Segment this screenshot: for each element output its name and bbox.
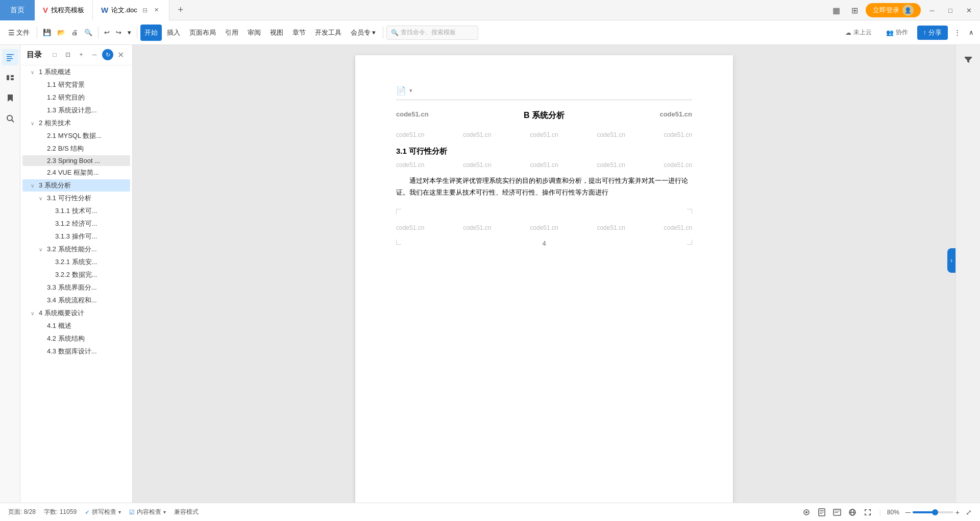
toolbar-chapter[interactable]: 章节 [288,25,310,41]
toc-item-s2[interactable]: ∨ 2 相关技术 [22,117,130,129]
toolbar-reference[interactable]: 引用 [221,25,242,41]
toc-add[interactable]: + [76,49,87,60]
wm-row-2: code51.cn code51.cn code51.cn code51.cn … [396,161,692,169]
doc-close-icon[interactable]: ✕ [153,6,161,14]
toc-item-s2-1[interactable]: 2.1 MYSQL 数据... [22,130,130,142]
toc-item-s3-2[interactable]: ∨ 3.2 系统性能分... [22,243,130,255]
toolbar-icon-preview[interactable]: 🔍 [82,25,95,41]
toolbar-layout[interactable]: 页面布局 [185,25,220,41]
expand-toolbar-button[interactable]: ∧ [967,25,976,41]
toolbar-file[interactable]: ☰ 文件 [4,25,34,41]
view-outline-btn[interactable] [831,507,843,518]
zoom-out-btn[interactable]: ─ [905,508,911,516]
minimize-button[interactable]: ─ [925,3,939,17]
zoom-thumb[interactable] [932,509,938,515]
restore-button[interactable]: □ [943,3,958,17]
toolbar-icon-undo[interactable]: ↩ [102,25,112,41]
collapse-right-btn[interactable]: › [947,248,955,273]
fullscreen-btn[interactable]: ⤢ [966,508,972,516]
toc-icon-btn[interactable] [2,49,18,65]
view-read-btn[interactable] [801,507,812,518]
nav-icon-btn[interactable] [2,69,18,86]
toc-item-s3-2-1[interactable]: 3.2.1 系统安... [22,256,130,268]
zoom-in-btn[interactable]: + [955,508,960,516]
toc-item-s4-2[interactable]: 4.2 系统结构 [22,333,130,345]
toc-item-s3-2-2[interactable]: 3.2.2 数据完... [22,269,130,281]
toc-item-s2-4[interactable]: 2.4 VUE 框架简... [22,167,130,179]
doc-minimize-icon[interactable]: ⊟ [142,7,148,14]
spell-check-area[interactable]: ✓ 拼写检查 ▾ [85,508,121,516]
new-tab-button[interactable]: + [174,3,188,17]
search-box[interactable]: 🔍 查找命令、搜索模板 [386,26,478,40]
share-button[interactable]: ↑ 分享 [917,26,948,40]
toc-item-s3-1[interactable]: ∨ 3.1 可行性分析 [22,192,130,204]
toolbar-insert[interactable]: 插入 [163,25,184,41]
page-doc-icon-area[interactable]: 📄 ▾ [396,86,412,96]
toc-item-s1-3[interactable]: 1.3 系统设计思... [22,104,130,116]
close-button[interactable]: ✕ [962,3,976,17]
more-button[interactable]: ⋮ [952,25,963,41]
review-label: 审阅 [248,28,261,37]
template-tab-label: 找程亮模板 [51,6,84,15]
zoom-control: ─ + [905,508,960,516]
collab-button[interactable]: 👥 协作 [881,26,913,40]
toc-item-s3-1-2[interactable]: 3.1.2 经济可... [22,218,130,230]
svg-rect-13 [820,512,824,512]
toc-item-s2-3[interactable]: 2.3 Spring Boot ... [22,155,130,166]
view-focus-btn[interactable] [862,507,873,518]
tab-home[interactable]: 首页 [0,0,35,20]
toc-item-s1-2[interactable]: 1.2 研究目的 [22,91,130,104]
toc-label-s3-1-3: 3.1.3 操作可... [55,232,126,241]
membership-label: 会员专 [351,28,371,37]
cloud-button[interactable]: ☁ 未上云 [840,26,877,40]
toc-item-s4-1[interactable]: 4.1 概述 [22,320,130,332]
toc-item-s3-1-1[interactable]: 3.1.1 技术可... [22,205,130,217]
wm-3: code51.cn [530,131,558,138]
toc-item-s1[interactable]: ∨ 1 系统概述 [22,66,130,78]
toolbar-start[interactable]: 开始 [140,25,162,41]
view-page-btn[interactable] [816,507,827,518]
search-sidebar-icon-btn[interactable] [2,110,18,127]
toc-refresh[interactable]: ↻ [102,49,113,60]
bookmark-icon-btn[interactable] [2,90,18,106]
toc-item-s1-1[interactable]: 1.1 研究背景 [22,79,130,91]
toolbar-membership[interactable]: 会员专 ▾ [347,25,380,41]
toc-item-s2-2[interactable]: 2.2 B/S 结构 [22,143,130,155]
toc-expand-all[interactable]: ⊡ [62,49,74,60]
toolbar-icon-open[interactable]: 📂 [55,25,68,41]
tab-doc[interactable]: W 论文.doc ⊟ ✕ [93,0,169,20]
file-label: 文件 [16,28,30,37]
toc-item-s3-4[interactable]: 3.4 系统流程和... [22,294,130,306]
login-button[interactable]: 立即登录 👤 [866,3,921,17]
toolbar-view[interactable]: 视图 [266,25,287,41]
right-panel-filter-btn[interactable] [960,51,976,67]
wm-4: code51.cn [597,131,625,138]
toc-item-s3-1-3[interactable]: 3.1.3 操作可... [22,230,130,243]
toc-label-s3-4: 3.4 系统流程和... [47,296,126,305]
toc-label-s3: 3 系统分析 [39,181,126,190]
toc-item-s4-3[interactable]: 4.3 数据库设计... [22,345,130,358]
toc-remove[interactable]: ─ [89,49,100,60]
toc-item-s3[interactable]: ∨ 3 系统分析 [22,179,130,192]
toolbar-icon-save[interactable]: 💾 [40,25,54,41]
save-icon: 💾 [43,29,51,36]
toolbar-icon-print[interactable]: 🖨 [69,25,81,41]
toc-item-s4[interactable]: ∨ 4 系统概要设计 [22,307,130,319]
toolbar-review[interactable]: 审阅 [243,25,265,41]
wm-1: code51.cn [396,131,424,138]
window-grid-btn[interactable]: ▦ [829,3,843,17]
toolbar-devtools[interactable]: 开发工具 [311,25,346,41]
tab-template[interactable]: V 找程亮模板 [35,0,93,20]
zoom-slider[interactable] [913,511,953,513]
svg-rect-1 [7,56,12,57]
toc-item-s3-3[interactable]: 3.3 系统界面分... [22,281,130,294]
toolbar-sep-4 [383,27,383,39]
toc-close-btn[interactable]: ✕ [115,49,126,61]
window-tiles-btn[interactable]: ⊞ [847,3,862,17]
toc-collapse-all[interactable]: □ [49,49,60,60]
toolbar-icon-redo[interactable]: ↪ [113,25,124,41]
view-web-btn[interactable] [847,507,858,518]
toolbar-icon-arrow[interactable]: ▾ [125,25,134,41]
toc-header: 目录 □ ⊡ + ─ ↻ ✕ [20,45,132,65]
content-check-area[interactable]: ☑ 内容检查 ▾ [129,508,166,516]
